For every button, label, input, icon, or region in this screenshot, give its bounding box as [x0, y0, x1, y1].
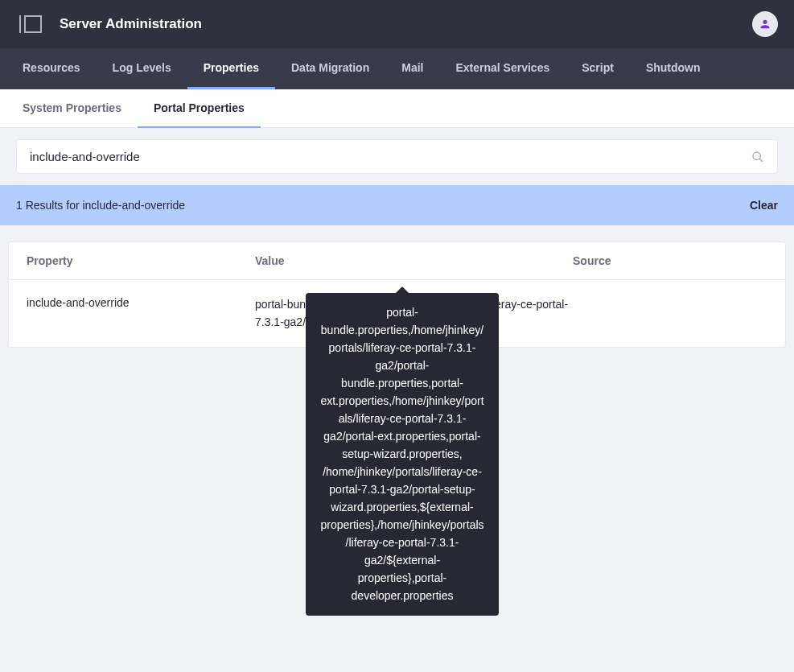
content: Property Value Source include-and-overri… — [0, 225, 794, 364]
svg-line-1 — [759, 159, 763, 162]
sub-nav: System Properties Portal Properties — [0, 89, 794, 128]
tab-mail[interactable]: Mail — [385, 48, 439, 89]
user-icon — [759, 18, 771, 31]
app-header: Server Administration — [0, 0, 794, 48]
sub-tab-system-properties[interactable]: System Properties — [6, 89, 138, 128]
results-bar: 1 Results for include-and-override Clear — [0, 185, 794, 225]
header-left: Server Administration — [19, 15, 202, 33]
tab-external-services[interactable]: External Services — [439, 48, 566, 89]
avatar[interactable] — [752, 11, 778, 37]
tab-shutdown[interactable]: Shutdown — [630, 48, 717, 89]
search-input[interactable] — [17, 140, 738, 173]
table-header: Property Value Source — [9, 242, 785, 280]
search-icon[interactable] — [738, 150, 777, 163]
tab-script[interactable]: Script — [566, 48, 630, 89]
cell-source — [573, 296, 767, 331]
tab-resources[interactable]: Resources — [6, 48, 97, 89]
page-title: Server Administration — [60, 16, 202, 32]
column-value: Value — [255, 254, 573, 267]
properties-table: Property Value Source include-and-overri… — [8, 241, 786, 348]
menu-icon — [24, 15, 42, 33]
svg-point-0 — [753, 152, 760, 159]
tab-log-levels[interactable]: Log Levels — [97, 48, 187, 89]
clear-button[interactable]: Clear — [750, 199, 778, 212]
tab-properties[interactable]: Properties — [187, 48, 275, 89]
search-bar — [0, 128, 794, 185]
results-count: 1 Results for include-and-override — [16, 199, 185, 212]
value-tooltip: portal-bundle.properties,/home/jhinkey/p… — [306, 293, 499, 616]
column-source: Source — [573, 254, 767, 267]
tab-data-migration[interactable]: Data Migration — [275, 48, 385, 89]
sub-tab-portal-properties[interactable]: Portal Properties — [138, 89, 261, 128]
search-box — [16, 139, 778, 174]
column-property: Property — [27, 254, 255, 267]
cell-property: include-and-override — [27, 296, 255, 331]
main-nav: Resources Log Levels Properties Data Mig… — [0, 48, 794, 89]
menu-toggle[interactable] — [19, 15, 42, 33]
